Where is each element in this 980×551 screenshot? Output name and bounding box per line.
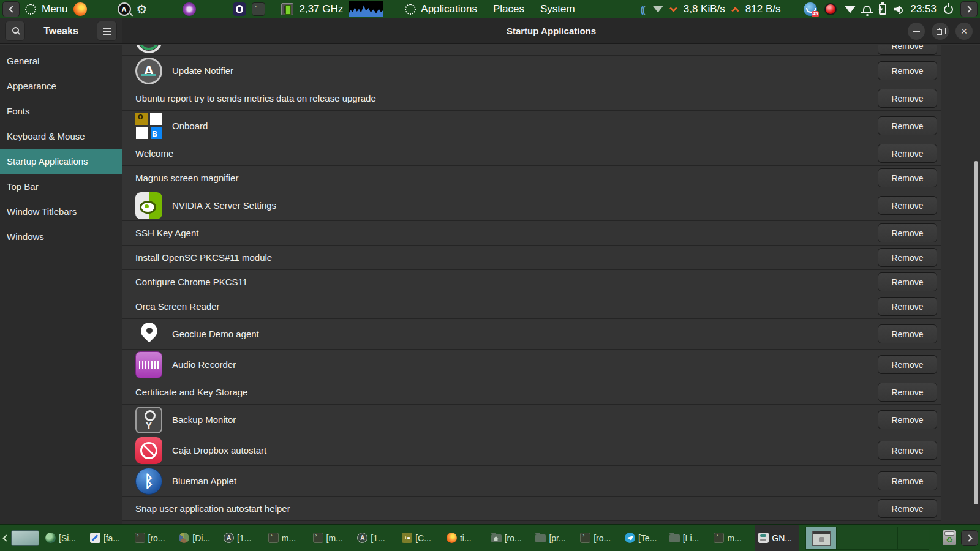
- search-button[interactable]: [5, 21, 25, 41]
- workspace-switcher: [805, 527, 929, 550]
- applications-menu[interactable]: Applications: [405, 3, 477, 15]
- task-button[interactable]: [Di...: [175, 525, 220, 551]
- app-name: Certificate and Key Storage: [135, 387, 247, 397]
- close-button[interactable]: ×: [956, 23, 973, 40]
- task-button[interactable]: [ro...: [488, 525, 532, 551]
- maximize-button[interactable]: [932, 23, 949, 40]
- recording-indicator-icon[interactable]: [824, 3, 837, 15]
- workspace-cell[interactable]: [867, 527, 898, 549]
- task-button[interactable]: [m...: [309, 525, 354, 551]
- remove-button[interactable]: Remove: [878, 168, 937, 187]
- remove-button[interactable]: Remove: [878, 89, 937, 108]
- desktop: Menu 2,37 GHz Applications Places System: [0, 0, 980, 551]
- wifi-signal-icon[interactable]: [653, 6, 663, 13]
- battery-indicator[interactable]: [878, 4, 886, 15]
- remove-button[interactable]: Remove: [878, 223, 937, 242]
- hamburger-menu-button[interactable]: [97, 21, 117, 41]
- minimize-button[interactable]: [908, 23, 925, 40]
- opera-icon[interactable]: [233, 2, 246, 16]
- remove-button[interactable]: Remove: [878, 383, 937, 402]
- startup-row: Audio Recorder Remove: [123, 350, 941, 380]
- tor-browser-icon[interactable]: [183, 2, 196, 16]
- remove-button[interactable]: Remove: [878, 297, 937, 316]
- task-button[interactable]: m...: [710, 525, 755, 551]
- workspace-cell[interactable]: [898, 527, 929, 549]
- sidebar-item[interactable]: Top Bar: [0, 174, 122, 199]
- app-name: Orca Screen Reader: [135, 301, 220, 312]
- task-button[interactable]: [Li...: [666, 525, 710, 551]
- remove-button[interactable]: Remove: [878, 355, 937, 374]
- task-button[interactable]: [fa...: [86, 525, 131, 551]
- workspace-cell[interactable]: [806, 527, 837, 549]
- remove-button[interactable]: Remove: [878, 116, 937, 135]
- task-button[interactable]: [C...: [398, 525, 443, 551]
- taskbar-hide-left-button[interactable]: [2, 534, 9, 541]
- notifications-bell-icon[interactable]: [863, 6, 871, 12]
- task-label: m...: [282, 533, 296, 543]
- scrollbar-thumb[interactable]: [974, 161, 978, 504]
- remove-button[interactable]: Remove: [878, 324, 937, 343]
- sidebar-item-label: Windows: [7, 231, 44, 242]
- task-button[interactable]: ti...: [443, 525, 488, 551]
- gears-icon[interactable]: [137, 3, 148, 15]
- wifi-status-icon[interactable]: [844, 6, 856, 13]
- accessibility-lens-icon[interactable]: [118, 2, 131, 16]
- sidebar-item[interactable]: Appearance: [0, 73, 122, 99]
- cpu-indicator-icon[interactable]: [281, 3, 293, 15]
- sidebar-item[interactable]: Windows: [0, 224, 122, 249]
- task-button[interactable]: [ro...: [131, 525, 176, 551]
- firefox-launcher-icon[interactable]: [74, 2, 87, 16]
- task-button[interactable]: [Te...: [621, 525, 666, 551]
- sidebar-item-label: General: [7, 56, 39, 66]
- system-menu[interactable]: System: [540, 3, 575, 15]
- sidebar-item[interactable]: Startup Applications: [0, 149, 122, 174]
- task-button[interactable]: [1...: [220, 525, 265, 551]
- remove-button[interactable]: Remove: [878, 45, 937, 55]
- remove-button[interactable]: Remove: [878, 272, 937, 291]
- sidebar-item[interactable]: General: [0, 48, 122, 73]
- remove-button[interactable]: Remove: [878, 196, 937, 215]
- remove-button[interactable]: Remove: [878, 410, 937, 429]
- volume-icon[interactable]: [894, 5, 903, 13]
- task-button[interactable]: GN...: [755, 525, 799, 551]
- task-button[interactable]: [ro...: [576, 525, 621, 551]
- clock[interactable]: 23:53: [910, 3, 937, 15]
- remove-button[interactable]: Remove: [878, 499, 937, 518]
- places-menu[interactable]: Places: [493, 3, 524, 15]
- app-icon: [135, 113, 162, 140]
- mate-menu-icon[interactable]: [25, 4, 36, 15]
- network-radio-icon[interactable]: [641, 4, 646, 15]
- remove-button[interactable]: Remove: [878, 144, 937, 163]
- task-button[interactable]: [1...: [353, 525, 398, 551]
- panel-hide-left-button[interactable]: [2, 1, 20, 17]
- app-title: Tweaks: [43, 26, 78, 37]
- app-name: Backup Monitor: [172, 414, 236, 425]
- sidebar-item[interactable]: Keyboard & Mouse: [0, 124, 122, 149]
- remove-button[interactable]: Remove: [878, 61, 937, 80]
- timer-applet-icon[interactable]: 45: [804, 2, 817, 16]
- workspace-cell[interactable]: [837, 527, 867, 549]
- sidebar-item[interactable]: Window Titlebars: [0, 199, 122, 224]
- download-arrow-icon: [669, 4, 677, 12]
- remove-button[interactable]: Remove: [878, 441, 937, 460]
- task-button[interactable]: [pr...: [532, 525, 576, 551]
- menu-button[interactable]: Menu: [42, 3, 68, 15]
- titlebar[interactable]: Tweaks Startup Applications ×: [0, 18, 980, 44]
- taskbar-hide-right-button[interactable]: [961, 530, 978, 546]
- sidebar-item[interactable]: Fonts: [0, 99, 122, 124]
- window-body: General Appearance Fonts Keyboard & Mous…: [0, 45, 980, 524]
- show-desktop-button[interactable]: [11, 530, 39, 546]
- window-list: [Si... [fa... [ro... [Di...: [42, 525, 799, 551]
- remove-button[interactable]: Remove: [878, 471, 937, 490]
- panel-hide-right-button[interactable]: [960, 1, 978, 17]
- task-button[interactable]: m...: [265, 525, 309, 551]
- terminal-launcher-icon[interactable]: [252, 2, 265, 16]
- power-icon[interactable]: [944, 5, 953, 14]
- task-label: m...: [727, 533, 741, 543]
- remove-button[interactable]: Remove: [878, 248, 937, 267]
- startup-row: Update Notifier Remove: [123, 56, 941, 86]
- trash-applet-icon[interactable]: [943, 530, 956, 545]
- cpu-history-graph[interactable]: [349, 1, 383, 17]
- task-button[interactable]: [Si...: [42, 525, 86, 551]
- app-name: Welcome: [135, 148, 173, 159]
